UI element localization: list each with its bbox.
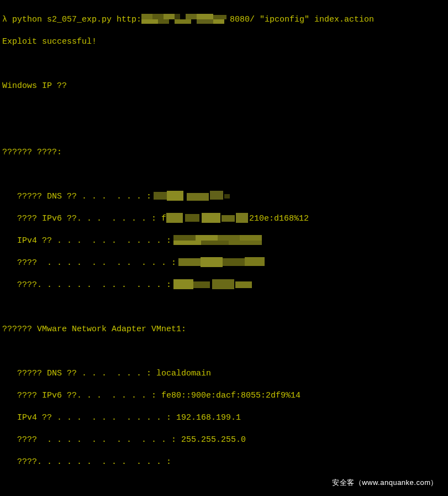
adapter2-mask: ???? . . . . . . . . . . . : 255.255.255… [2, 435, 445, 446]
adapter2-title: ?????? VMware Network Adapter VMnet1: [2, 324, 445, 335]
terminal-window[interactable]: λ python s2_057_exp.py http: 8080/ "ipco… [0, 0, 448, 496]
command-suffix: 8080/ "ipconfig" index.action [230, 15, 374, 24]
redacted-ipv6 [166, 213, 249, 223]
redacted-host [141, 14, 230, 24]
command-text: python s2_057_exp.py http: [12, 15, 141, 24]
redacted-ipv4 [173, 235, 267, 245]
adapter1-mask: ???? . . . . . . . . . . . : [2, 258, 445, 269]
adapter1-dns: ????? DNS ?? . . . . . . : [2, 191, 445, 202]
adapter1-ipv4: IPv4 ?? . . . . . . . . . . : [2, 236, 445, 247]
redacted-mask [178, 257, 267, 267]
blank [2, 169, 445, 180]
windows-ip-header: Windows IP ?? [2, 81, 445, 92]
adapter2-gateway: ????. . . . . . . . . . . . : [2, 457, 445, 468]
watermark: 安全客（www.anquanke.com） [332, 477, 438, 488]
adapter2-dns: ????? DNS ?? . . . . . . : localdomain [2, 368, 445, 379]
redacted-dns [154, 191, 236, 201]
adapter1-gateway: ????. . . . . . . . . . . . : [2, 280, 445, 291]
result-line: Exploit successful! [2, 36, 445, 48]
prompt-symbol: λ [2, 15, 7, 24]
adapter2-ipv6: ???? IPv6 ??. . . . . . . : fe80::900e:d… [2, 390, 445, 401]
adapter2-ipv4: IPv4 ?? . . . . . . . . . . : 192.168.19… [2, 413, 445, 424]
blank [2, 59, 445, 70]
adapter1-title: ?????? ????: [2, 147, 445, 158]
blank [2, 125, 445, 136]
blank [2, 302, 445, 313]
redacted-gateway [173, 279, 256, 289]
adapter1-ipv6: ???? IPv6 ??. . . . . . . : f 210e:d168%… [2, 213, 445, 224]
command-line: λ python s2_057_exp.py http: 8080/ "ipco… [2, 14, 445, 25]
blank [2, 103, 445, 114]
blank [2, 346, 445, 357]
